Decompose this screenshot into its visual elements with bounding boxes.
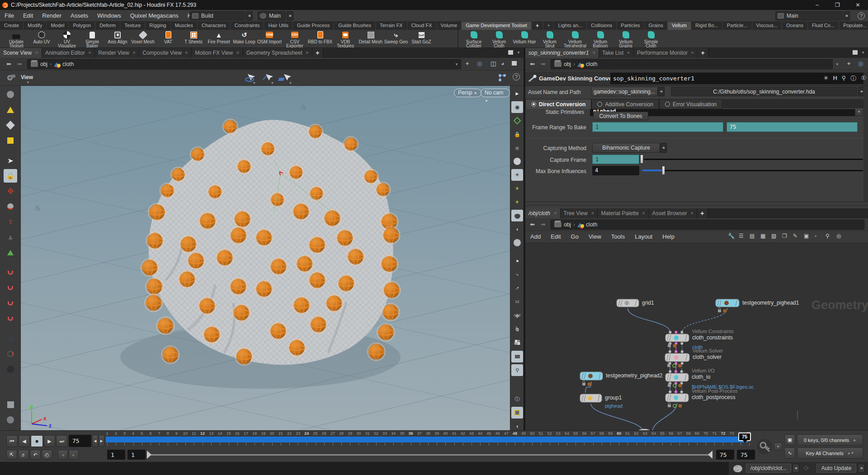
pane-tab-motion-fx-view[interactable]: Motion FX View✕ — [192, 48, 243, 58]
shelf-tab-modify[interactable]: Modify — [24, 22, 47, 30]
location-marker-icon[interactable]: ⚲ — [511, 364, 523, 376]
handles-icon[interactable] — [4, 103, 17, 117]
light2-icon[interactable]: ☀ — [511, 196, 523, 208]
max-bone-slider-handle[interactable] — [662, 166, 665, 175]
snap-curve-icon[interactable] — [4, 281, 17, 295]
info-icon[interactable]: ⓘ — [850, 75, 856, 83]
shelf-tool-auto-uv[interactable]: Auto UV — [29, 30, 54, 44]
shelf-tool-update-toolset[interactable]: Update Toolset — [4, 30, 29, 48]
lock-camera-icon[interactable]: 🔒 — [511, 128, 523, 140]
shelf-tool-fire-preset[interactable]: ▲Fire Preset — [206, 30, 231, 44]
scoped-channels-icon[interactable]: ▣ — [784, 434, 795, 446]
minimize-button[interactable]: – — [807, 0, 827, 10]
shelf-tool-detail-mesh[interactable]: Detail Mesh — [358, 30, 383, 44]
shelf-tab-guide-brushes[interactable]: Guide Brushes — [334, 22, 376, 30]
stop-button[interactable]: ■ — [31, 435, 43, 447]
auto-update-selector[interactable]: Auto Update — [816, 464, 856, 473]
network-editor[interactable]: Geometrygrid1testgeometry_pighead1Vellum… — [525, 243, 868, 430]
capturing-method-dropdown[interactable]: Biharmonic Capture — [592, 143, 660, 153]
breadcrumb[interactable]: obj › cloth — [28, 60, 76, 69]
refresh-icon[interactable]: ⟳ — [804, 465, 809, 472]
view-tool-icon[interactable] — [5, 73, 16, 82]
snap-point-icon[interactable] — [4, 296, 17, 310]
circle-lines-icon[interactable]: ⚙ — [511, 324, 523, 335]
shelf-tab-rigid-bo-[interactable]: Rigid Bo... — [691, 22, 723, 30]
capture-frame-slider[interactable] — [644, 159, 863, 160]
range-end2-field[interactable]: 75 — [737, 450, 755, 460]
light1-icon[interactable]: ☀ — [511, 183, 523, 194]
shelf-tab-fluid-co-[interactable]: Fluid Co... — [808, 22, 839, 30]
channel-editor-icon[interactable]: ∿ — [784, 447, 795, 459]
breadcrumb[interactable]: obj › cloth — [552, 60, 600, 69]
asset-path-field[interactable]: C:/Github/otls/sop_skinning_converter.hd… — [671, 87, 857, 96]
network-toolbar-icon-9[interactable]: ⚲ — [826, 233, 830, 239]
shelf-tab-particle-[interactable]: Particle... — [723, 22, 752, 30]
normals-icon[interactable]: ↗ — [511, 282, 523, 294]
shelf-tab-lights-an-[interactable]: Lights an... — [554, 22, 587, 30]
capture-frame-slider-handle[interactable] — [640, 155, 643, 164]
shelf-tool-start-goz[interactable]: GoZStart GoZ — [409, 30, 434, 44]
snap-grid-icon[interactable] — [4, 266, 17, 279]
clock-icon[interactable]: ◴ — [42, 450, 52, 460]
network-menu-go[interactable]: Go — [566, 231, 584, 243]
breadcrumb[interactable]: obj › cloth — [552, 220, 600, 229]
shelf-tool-vellum-balloon[interactable]: Vellum Balloon — [588, 30, 613, 48]
shelf-tab-oceans[interactable]: Oceans — [782, 22, 808, 30]
status-path-selector[interactable]: /obj/cloth/clot... — [746, 464, 791, 473]
desktop-selector[interactable]: Build — [190, 11, 245, 20]
shelf-tab-characters[interactable]: Characters — [198, 22, 231, 30]
convert-to-bones-button[interactable]: Convert To Bones — [593, 112, 648, 120]
jump-start-button[interactable]: ⏮ — [6, 435, 18, 447]
pane-tab--obj-cloth[interactable]: /obj/cloth✕ — [525, 208, 561, 218]
propeller-icon[interactable]: ❉ — [511, 310, 523, 322]
mode-direct-conversion[interactable]: Direct Conversion — [525, 99, 591, 109]
radial-menu-icon[interactable]: ◎ — [477, 60, 482, 67]
pane-tab-take-list[interactable]: Take List✕ — [599, 48, 634, 58]
shelf-tab-constraints[interactable]: Constraints — [231, 22, 264, 30]
shelf-tab-guide-process[interactable]: Guide Process — [293, 22, 334, 30]
pane-tab-geometry-spreadsheet[interactable]: Geometry Spreadsheet✕ — [243, 48, 313, 58]
shading-icon[interactable] — [511, 210, 523, 221]
playhead-flag[interactable]: 75 — [738, 433, 751, 441]
shelf-tab-populate-[interactable]: Populate... — [839, 22, 868, 30]
select-geometry-icon[interactable] — [4, 134, 17, 147]
shelf-tool-axis-align[interactable]: Axis Align — [105, 30, 130, 44]
shelf-tab-polygon[interactable]: Polygon — [69, 22, 95, 30]
network-toolbar-icon-8[interactable]: ▫ — [815, 233, 816, 239]
pane-tab-animation-editor[interactable]: Animation Editor✕ — [42, 48, 95, 58]
network-toolbar-icon-4[interactable]: ▧ — [771, 233, 776, 239]
forward-icon[interactable]: ➡ — [541, 221, 546, 228]
menu-file[interactable]: File — [0, 10, 19, 21]
network-toolbar-icon-0[interactable]: 🔧 — [728, 233, 735, 239]
capturing-spinner[interactable] — [660, 143, 667, 153]
network-menu-edit[interactable]: Edit — [546, 231, 566, 243]
persp-selector[interactable]: Persp ▼ — [454, 89, 481, 97]
mode-error-visualisation[interactable]: Error Visualisation — [659, 99, 722, 109]
scale-icon[interactable]: ⇧ — [4, 215, 17, 229]
forward-icon[interactable]: ➡ — [541, 61, 546, 67]
maximize-button[interactable]: ❐ — [827, 0, 848, 10]
current-frame-field[interactable]: 75 — [69, 435, 91, 447]
info-icon[interactable]: ⓘ — [511, 393, 523, 405]
max-bone-field[interactable]: 4 — [592, 166, 639, 175]
rotate-icon[interactable] — [4, 200, 17, 213]
scene-materials-icon[interactable] — [511, 115, 523, 127]
frame-range-start[interactable]: 1 — [592, 122, 723, 132]
range-end-field[interactable]: 75 — [716, 450, 734, 460]
gear-icon[interactable]: ✳ — [824, 75, 829, 83]
abc-markers-icon[interactable]: abc — [511, 337, 523, 349]
shelf-tab-rigging[interactable]: Rigging — [145, 22, 170, 30]
shelf-tool-voxel-mesh[interactable]: Voxel Mesh — [130, 30, 156, 44]
shelf-tool-vdb-textures[interactable]: VDB Textures — [333, 30, 358, 48]
axis-icon[interactable] — [4, 246, 17, 259]
keys-info-box[interactable]: 0 keys, 0/0 channels▲ — [797, 434, 863, 446]
menu-quixel-megascans[interactable]: Quixel Megascans — [126, 10, 183, 21]
timeline-bar[interactable] — [106, 437, 748, 442]
key-all-channels-button[interactable]: Key All Channels▲▼ — [797, 447, 863, 459]
shelf-tab-grains[interactable]: Grains — [645, 22, 668, 30]
grid-yellow-icon[interactable] — [511, 407, 523, 419]
shelf-tab-texture[interactable]: Texture — [120, 22, 145, 30]
camera-selector[interactable]: No cam ▼ — [481, 89, 510, 97]
pane-tab-render-view[interactable]: Render View✕ — [95, 48, 139, 58]
undo-icon[interactable]: ↶ — [30, 450, 41, 460]
